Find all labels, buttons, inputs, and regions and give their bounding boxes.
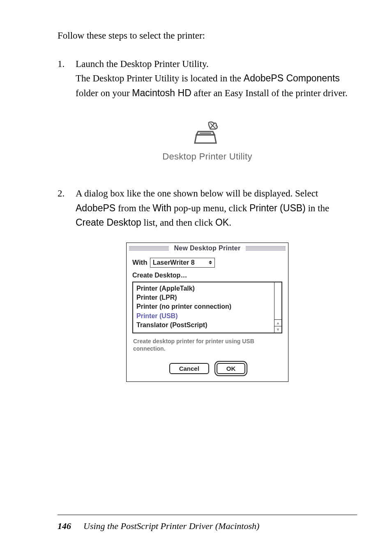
- new-desktop-printer-dialog: New Desktop Printer With LaserWriter 8 C…: [126, 243, 288, 382]
- step-2-text-2: from the: [115, 203, 152, 213]
- with-popup-menu[interactable]: LaserWriter 8: [150, 258, 215, 268]
- step-2-number: 2.: [58, 187, 76, 230]
- ok-button[interactable]: OK: [217, 363, 246, 374]
- step-1-number: 1.: [58, 57, 76, 101]
- step-1-bold-3: Macintosh HD: [132, 88, 191, 98]
- with-popup-value: LaserWriter 8: [153, 259, 195, 266]
- step-2-text-8: list, and then click: [141, 217, 215, 228]
- step-1-bold-1: AdobePS Components: [244, 73, 340, 83]
- steps-list-2: 2. A dialog box like the one shown below…: [58, 187, 357, 230]
- step-2: 2. A dialog box like the one shown below…: [58, 187, 357, 230]
- step-2-bold-5: Printer (USB): [249, 203, 306, 213]
- list-item-lpr[interactable]: Printer (LPR): [136, 293, 271, 302]
- scroll-down-icon[interactable]: ▼: [274, 326, 281, 333]
- dialog-titlebar: New Desktop Printer: [127, 243, 288, 254]
- step-1-body: Launch the Desktop Printer Utility.The D…: [76, 57, 357, 101]
- cancel-button[interactable]: Cancel: [169, 363, 209, 374]
- step-2-bold-3: With: [152, 203, 171, 213]
- step-1-text-4: after an Easy Install of the printer dri…: [191, 88, 348, 98]
- list-item-appletalk[interactable]: Printer (AppleTalk): [136, 284, 271, 293]
- dialog-body: With LaserWriter 8 Create Desktop… Print…: [127, 254, 288, 381]
- step-2-bold-1: AdobePS: [76, 203, 115, 213]
- step-2-text-6: in the: [306, 203, 330, 213]
- create-desktop-label: Create Desktop…: [132, 272, 282, 279]
- steps-list: 1. Launch the Desktop Printer Utility.Th…: [58, 57, 357, 101]
- step-2-bold-7: Create Desktop: [76, 217, 141, 228]
- dialog-button-row: Cancel OK: [132, 363, 282, 374]
- step-1: 1. Launch the Desktop Printer Utility.Th…: [58, 57, 357, 101]
- footer-title: Using the PostScript Printer Driver (Mac…: [83, 521, 259, 532]
- intro-text: Follow these steps to select the printer…: [58, 29, 357, 43]
- dialog-figure: New Desktop Printer With LaserWriter 8 C…: [58, 243, 357, 382]
- with-label: With: [132, 259, 148, 267]
- dialog-description: Create desktop printer for printer using…: [133, 337, 281, 352]
- create-desktop-listbox[interactable]: Printer (AppleTalk) Printer (LPR) Printe…: [132, 282, 282, 333]
- step-2-body: A dialog box like the one shown below wi…: [76, 187, 357, 230]
- step-2-bold-9: OK: [215, 217, 229, 228]
- with-row: With LaserWriter 8: [132, 258, 282, 268]
- figure-desktop-printer-utility: Desktop Printer Utility: [58, 121, 357, 162]
- step-2-text-4: pop-up menu, click: [171, 203, 249, 213]
- listbox-scrollbar[interactable]: ▲ ▼: [274, 282, 281, 333]
- step-1-text-2: folder on your: [76, 88, 132, 98]
- page-footer: 146 Using the PostScript Printer Driver …: [58, 515, 357, 532]
- list-item-translator[interactable]: Translator (PostScript): [136, 321, 271, 330]
- page-number: 146: [58, 521, 71, 532]
- figure1-caption: Desktop Printer Utility: [58, 151, 357, 162]
- step-2-text-0: A dialog box like the one shown below wi…: [76, 188, 318, 199]
- desktop-printer-utility-icon: [193, 121, 222, 146]
- step-1-text-0: Launch the Desktop Printer Utility.The D…: [76, 59, 244, 84]
- step-2-text-10: .: [229, 217, 231, 228]
- list-item-no-connection[interactable]: Printer (no printer connection): [136, 302, 271, 311]
- popup-arrows-icon: [209, 261, 212, 264]
- list-items: Printer (AppleTalk) Printer (LPR) Printe…: [133, 282, 274, 333]
- dialog-title: New Desktop Printer: [171, 245, 243, 252]
- list-item-usb[interactable]: Printer (USB): [136, 312, 271, 321]
- scroll-up-icon[interactable]: ▲: [274, 319, 281, 326]
